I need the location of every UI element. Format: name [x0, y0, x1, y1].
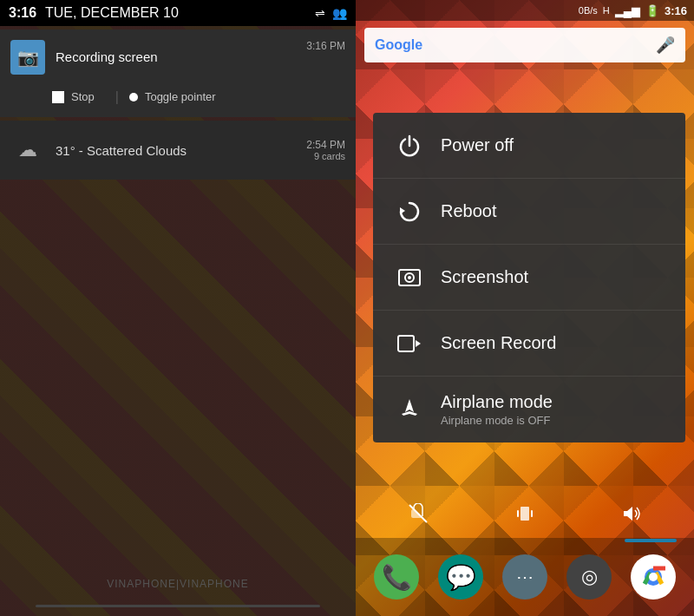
action-divider: | [105, 89, 129, 105]
stop-label: Stop [71, 90, 95, 103]
phone-app[interactable]: 📞 [374, 554, 419, 600]
notification-recording[interactable]: 📷 Recording screen 3:16 PM Stop | Toggle… [0, 29, 356, 117]
power-off-label: Power off [441, 135, 665, 155]
reboot-icon [394, 196, 425, 227]
screen-record-icon [394, 328, 425, 359]
power-off-item[interactable]: Power off [373, 113, 685, 179]
svg-point-3 [408, 276, 411, 279]
status-bar-left: 3:16 TUE, DECEMBER 10 ⇌ 👥 [0, 0, 356, 26]
app-dock: 📞 💬 ⋯ ◎ [356, 538, 694, 616]
date-left: TUE, DECEMBER 10 [45, 5, 179, 21]
toggle-pointer-button[interactable]: Toggle pointer [129, 87, 226, 107]
mic-icon[interactable]: 🎤 [656, 36, 675, 55]
scroll-indicator [36, 605, 320, 607]
bottom-controls [364, 503, 685, 529]
google-logo: Google [375, 37, 422, 53]
svg-rect-8 [531, 510, 533, 517]
airplane-mode-item[interactable]: Airplane mode Airplane mode is OFF [373, 377, 685, 442]
stop-button[interactable]: Stop [52, 87, 105, 107]
notifications-container: 📷 Recording screen 3:16 PM Stop | Toggle… [0, 26, 356, 180]
notification-shade: 3:16 TUE, DECEMBER 10 ⇌ 👥 📷 Recording sc… [0, 0, 356, 616]
camera-icon: 📷 [17, 47, 39, 68]
time-left: 3:16 [9, 5, 36, 21]
vibrate-icon[interactable] [514, 503, 535, 529]
camera-app[interactable]: ◎ [566, 554, 612, 600]
airplane-mode-label: Airplane mode [441, 392, 665, 412]
svg-marker-9 [624, 507, 632, 521]
svg-rect-4 [398, 336, 414, 351]
recording-icon: 📷 [10, 40, 45, 75]
search-bar[interactable]: Google 🎤 [364, 28, 685, 62]
battery-icon: 🔋 [645, 4, 659, 17]
chrome-app[interactable] [631, 554, 676, 600]
weather-title: 31° - Scattered Clouds [56, 143, 306, 158]
screen-record-label: Screen Record [441, 333, 665, 353]
recording-title: Recording screen [56, 49, 158, 64]
reboot-text: Reboot [441, 201, 665, 221]
time-right: 3:16 [665, 4, 687, 17]
screenshot-icon [394, 262, 425, 293]
hangouts-app[interactable]: 💬 [438, 554, 483, 600]
weather-notification[interactable]: ☁ 31° - Scattered Clouds 2:54 PM 9 cards [0, 121, 356, 180]
svg-marker-0 [400, 207, 405, 214]
weather-icon: ☁ [10, 133, 45, 167]
svg-point-12 [649, 573, 658, 581]
svg-rect-6 [520, 507, 529, 521]
reboot-label: Reboot [441, 201, 665, 221]
power-menu: Power off Reboot [373, 113, 685, 442]
screen-record-text: Screen Record [441, 333, 665, 353]
airplane-mode-text: Airplane mode Airplane mode is OFF [441, 392, 665, 427]
reboot-item[interactable]: Reboot [373, 179, 685, 245]
weather-meta: 2:54 PM 9 cards [306, 139, 345, 161]
weather-cards-count: 9 cards [306, 151, 345, 161]
weather-time: 2:54 PM [306, 139, 345, 151]
silent-icon[interactable] [408, 503, 429, 529]
home-screen: 0B/s H ▂▄▆ 🔋 3:16 Google 🎤 Power off [356, 0, 694, 616]
data-speed: 0B/s [579, 5, 598, 16]
notification-actions: Stop | Toggle pointer [0, 82, 356, 117]
weather-content: 31° - Scattered Clouds [56, 143, 306, 158]
carrier-text: VINAPHONE|VINAPHONE [107, 578, 248, 590]
notification-header-recording: 📷 Recording screen 3:16 PM [0, 29, 356, 82]
volume-icon[interactable] [621, 503, 642, 529]
nav-icon: ⇌ [315, 6, 325, 20]
screenshot-label: Screenshot [441, 267, 665, 287]
app-drawer[interactable]: ⋯ [502, 554, 547, 600]
status-icons-left: ⇌ 👥 [315, 6, 347, 20]
signal-bars: ▂▄▆ [615, 4, 640, 17]
recording-time: 3:16 PM [306, 40, 345, 52]
screen-record-item[interactable]: Screen Record [373, 311, 685, 377]
notification-content-recording: Recording screen [56, 49, 296, 65]
network-type: H [603, 5, 610, 16]
airplane-icon [394, 394, 425, 425]
status-bar-right: 0B/s H ▂▄▆ 🔋 3:16 [356, 0, 694, 21]
stop-icon [52, 91, 64, 103]
contacts-icon: 👥 [332, 6, 347, 20]
screenshot-item[interactable]: Screenshot [373, 245, 685, 311]
pointer-icon [129, 93, 138, 102]
power-off-icon [394, 130, 425, 161]
screenshot-text: Screenshot [441, 267, 665, 287]
svg-marker-5 [416, 340, 421, 347]
toggle-pointer-label: Toggle pointer [145, 90, 216, 103]
power-off-text: Power off [441, 135, 665, 155]
svg-rect-7 [517, 510, 519, 517]
airplane-mode-sublabel: Airplane mode is OFF [441, 414, 665, 427]
